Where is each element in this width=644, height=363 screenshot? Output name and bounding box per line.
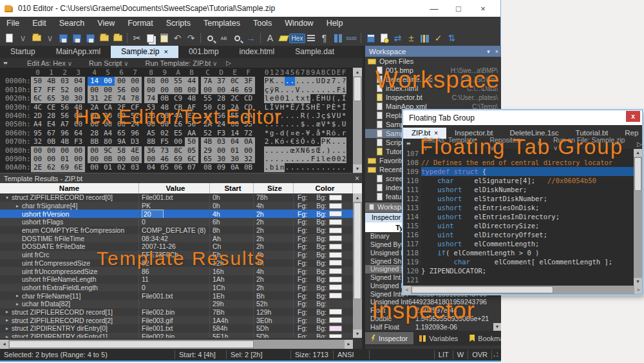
hex-byte[interactable]: E6 bbox=[171, 120, 185, 128]
open-file-icon[interactable] bbox=[30, 32, 43, 44]
bg-color-swatch[interactable] bbox=[329, 252, 342, 258]
bg-color-swatch[interactable] bbox=[329, 268, 342, 274]
hex-byte[interactable]: 00 bbox=[58, 146, 71, 155]
hex-byte[interactable]: 80 bbox=[101, 137, 115, 146]
collapsed-icon[interactable]: ▸ bbox=[4, 334, 10, 338]
hex-row[interactable]: 0060h:9567966428A46596A502E5AA52F31472*g… bbox=[0, 129, 353, 137]
find-in-files-icon[interactable] bbox=[231, 32, 244, 44]
hex-byte[interactable]: 95 bbox=[31, 129, 44, 137]
scroll-right-icon[interactable]: ▸ bbox=[345, 340, 353, 349]
hex-byte[interactable]: 04 bbox=[228, 137, 242, 146]
inspector-row-unsigned-int64[interactable]: Unsigned Int644923841801959243796 bbox=[365, 298, 501, 306]
inspector-row-half-float[interactable]: Half Float1.192093e-06 bbox=[365, 322, 501, 331]
hex-byte[interactable]: 00 bbox=[214, 86, 228, 94]
workspace-item-index-html[interactable]: index.htmlC:\...\Data\ bbox=[365, 84, 501, 93]
hex-byte[interactable]: 01 bbox=[101, 163, 115, 172]
hex-byte[interactable]: 0B bbox=[44, 137, 58, 146]
hex-byte[interactable]: 0A bbox=[242, 137, 255, 146]
hex-byte[interactable]: 01 bbox=[228, 146, 242, 155]
template-value[interactable]: File001.txt bbox=[142, 292, 173, 300]
template-value[interactable]: 0 bbox=[142, 218, 146, 226]
scroll-down-icon[interactable]: ▾ bbox=[353, 329, 362, 338]
hex-byte[interactable]: 78 bbox=[128, 94, 142, 103]
template-row[interactable]: ▸char frFileName[11]File001.txt1EhBhFg:B… bbox=[0, 291, 353, 300]
hex-byte[interactable]: 56 bbox=[115, 86, 128, 94]
calculator-icon[interactable] bbox=[364, 32, 377, 44]
hex-byte[interactable]: 32 bbox=[242, 155, 255, 163]
status-overwrite[interactable]: OVR bbox=[468, 350, 492, 359]
hex-byte[interactable]: 2A bbox=[242, 112, 255, 120]
hex-byte[interactable]: 03 bbox=[128, 163, 142, 172]
hex-byte[interactable]: 00 bbox=[144, 120, 158, 128]
collapse-toolbar-icon[interactable]: ▾▾ bbox=[403, 142, 413, 146]
hex-byte[interactable]: 00 bbox=[185, 86, 198, 94]
hex-byte[interactable]: 00 bbox=[115, 120, 128, 128]
hex-byte[interactable]: CF bbox=[128, 103, 142, 112]
menu-edit[interactable]: Edit bbox=[26, 17, 53, 30]
hex-byte[interactable]: 56 bbox=[214, 112, 228, 120]
hex-byte[interactable]: 4B bbox=[58, 137, 71, 146]
hex-byte[interactable]: 65 bbox=[201, 155, 214, 163]
tab-mainapp-xml[interactable]: MainApp.xml bbox=[46, 46, 111, 58]
scroll-thumb[interactable] bbox=[354, 77, 361, 101]
hex-byte[interactable]: A5 bbox=[144, 129, 158, 137]
hex-byte[interactable]: C8 bbox=[214, 103, 228, 112]
hex-byte[interactable]: 00 bbox=[158, 120, 171, 128]
workspace-item-deleteline-1sc[interactable]: DeleteLine.1scC:\...\Scripts\ bbox=[365, 75, 501, 84]
template-value[interactable]: File001.txt bbox=[142, 193, 173, 201]
hex-byte[interactable]: 48 bbox=[71, 103, 85, 112]
hex-byte[interactable]: 14 bbox=[88, 77, 101, 85]
scroll-left-icon[interactable]: ◂ bbox=[0, 340, 8, 349]
hex-byte[interactable]: 00 bbox=[44, 155, 58, 163]
hex-byte[interactable]: 67 bbox=[44, 129, 58, 137]
close-button[interactable]: × bbox=[473, 4, 493, 14]
hex-byte[interactable]: 00 bbox=[115, 77, 128, 85]
tab-sample-dat[interactable]: Sample.dat bbox=[285, 46, 345, 58]
bg-color-swatch[interactable] bbox=[329, 228, 342, 233]
status-word[interactable]: W bbox=[453, 350, 468, 359]
hex-byte[interactable]: 00 bbox=[101, 112, 115, 120]
hex-byte[interactable]: 0B bbox=[158, 94, 171, 103]
bg-color-swatch[interactable] bbox=[329, 326, 342, 331]
code-lines[interactable]: // Defines the end of central directory … bbox=[421, 149, 634, 286]
edit-options-icon[interactable] bbox=[304, 32, 317, 44]
hex-byte[interactable]: 31 bbox=[88, 94, 101, 103]
code-line[interactable]: uint elDirectoryOffset; bbox=[421, 230, 634, 239]
hex-byte[interactable]: 2D bbox=[31, 112, 44, 120]
hex-grid[interactable]: 0123456789ABCDEF0123456789ABCDEF0000h:50… bbox=[0, 68, 353, 173]
tab-bookmarks[interactable]: Bookmarks bbox=[464, 332, 501, 344]
run-play-icon[interactable]: ▷ bbox=[637, 141, 642, 148]
template-row[interactable]: uint frCrcFFE73F0ChEh4hFg:Bg: bbox=[0, 251, 353, 259]
hex-editor[interactable]: 0123456789ABCDEF0123456789ABCDEF0000h:50… bbox=[0, 68, 362, 173]
hex-byte[interactable]: AF bbox=[185, 103, 198, 112]
open-dropdown-icon[interactable]: ∨ bbox=[43, 32, 57, 44]
bg-color-swatch[interactable] bbox=[329, 309, 342, 315]
template-row[interactable]: ushort frVersion204h2hFg:Bg: bbox=[0, 210, 353, 218]
hex-byte[interactable]: 69 bbox=[58, 163, 71, 172]
tab-variables[interactable]: Variables bbox=[413, 332, 464, 344]
template-value[interactable]: COMP_DEFLATE (8) bbox=[142, 226, 206, 234]
menu-scripts[interactable]: Scripts bbox=[160, 17, 197, 30]
hex-byte[interactable]: 2C bbox=[228, 94, 242, 103]
checksum-icon[interactable]: ✓ bbox=[431, 32, 445, 44]
bg-color-swatch[interactable] bbox=[329, 195, 342, 201]
menu-view[interactable]: View bbox=[91, 17, 121, 30]
tab-startup[interactable]: Startup bbox=[0, 46, 46, 58]
swap-icon[interactable]: ⇄ bbox=[391, 32, 404, 44]
hex-byte[interactable]: 55 bbox=[228, 112, 242, 120]
hex-byte[interactable]: 4C bbox=[31, 103, 44, 112]
binary-view-icon[interactable]: 0100 bbox=[345, 32, 358, 44]
template-row[interactable]: uint frUncompressedSize8616h4hFg:Bg: bbox=[0, 267, 353, 275]
copy-icon[interactable] bbox=[144, 32, 157, 44]
template-row[interactable]: ▸uchar frData[82]29h52hFg:Bg: bbox=[0, 300, 353, 308]
hex-byte[interactable]: 00 bbox=[214, 146, 228, 155]
menu-file[interactable]: File bbox=[0, 17, 26, 30]
template-vertical-scrollbar[interactable]: ▴ ▾ bbox=[353, 193, 362, 338]
convert-icon[interactable]: ⇅ bbox=[445, 32, 459, 44]
hex-byte[interactable]: 05 bbox=[158, 163, 171, 172]
hex-byte[interactable]: 56 bbox=[58, 112, 71, 120]
template-row[interactable]: ▸struct ZIPFILERECORD record[1]File002.b… bbox=[0, 308, 353, 317]
code-line[interactable] bbox=[421, 149, 634, 158]
template-value[interactable]: 11 bbox=[142, 275, 149, 283]
minimize-button[interactable]: — bbox=[424, 4, 444, 14]
